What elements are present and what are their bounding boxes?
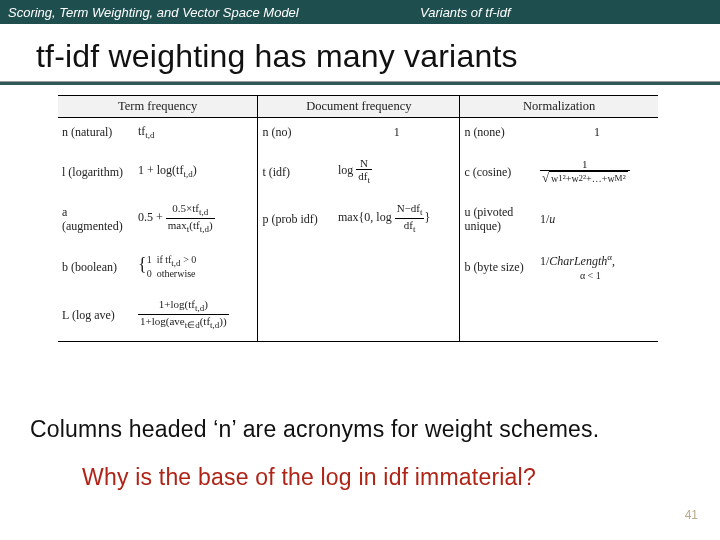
header-bar: Scoring, Term Weighting, and Vector Spac… bbox=[0, 0, 720, 24]
row-boolean: b (boolean) {1 if tft,d > 00 otherwise b… bbox=[58, 246, 658, 293]
footnote-2: Why is the base of the log in idf immate… bbox=[82, 464, 536, 491]
row-logarithm: l (logarithm) 1 + log(tft,d) t (idf) log… bbox=[58, 151, 658, 196]
col-df: Document frequency bbox=[258, 96, 460, 118]
variants-table: Term frequency Document frequency Normal… bbox=[58, 95, 700, 342]
header-right-text: Variants of tf-idf bbox=[380, 5, 511, 20]
col-norm: Normalization bbox=[460, 96, 658, 118]
page-number: 41 bbox=[685, 508, 698, 522]
slide-title: tf-idf weighting has many variants bbox=[0, 24, 720, 79]
footnote-1: Columns headed ‘n’ are acronyms for weig… bbox=[30, 416, 599, 443]
col-tf: Term frequency bbox=[58, 96, 258, 118]
row-natural: n (natural) tft,d n (no) 1 n (none) 1 bbox=[58, 118, 658, 152]
row-augmented: a (augmented) 0.5 + 0.5×tft,dmaxt(tft,d)… bbox=[58, 196, 658, 245]
table-header-row: Term frequency Document frequency Normal… bbox=[58, 96, 658, 118]
row-logave: L (log ave) 1+log(tft,d)1+log(avet∈d(tft… bbox=[58, 292, 658, 342]
header-left-text: Scoring, Term Weighting, and Vector Spac… bbox=[0, 5, 380, 20]
title-underline bbox=[0, 81, 720, 85]
